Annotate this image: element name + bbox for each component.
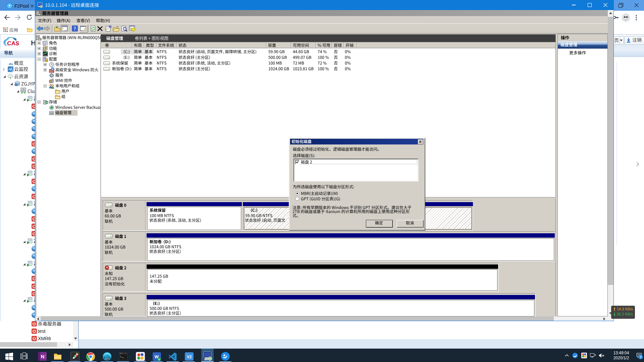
svg-text:9: 9 bbox=[640, 355, 642, 359]
svg-text:V2: V2 bbox=[187, 355, 192, 359]
svg-text:?: ? bbox=[74, 26, 76, 31]
svg-text:N: N bbox=[41, 354, 45, 359]
svg-text:s: s bbox=[158, 358, 160, 361]
svg-text:C:\: C:\ bbox=[120, 353, 122, 354]
svg-text:BETA: BETA bbox=[105, 358, 110, 360]
